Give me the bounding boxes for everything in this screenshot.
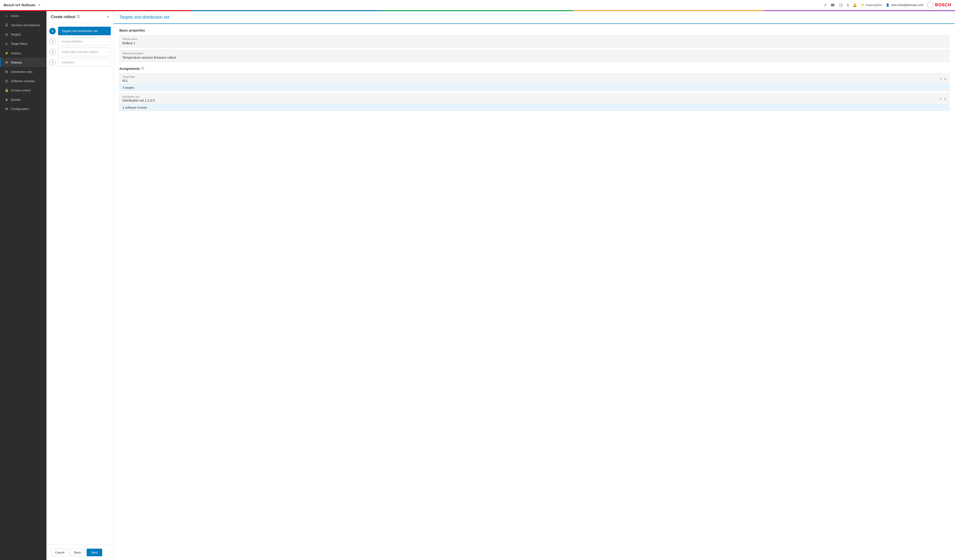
target-filter-count: 3 targets: [120, 84, 949, 91]
distribution-set-block: Distribution set Distribution set 1:1.0.…: [119, 93, 949, 111]
sidebar-icon-targets: ◎: [5, 33, 9, 36]
step-number-2: 2: [49, 38, 56, 45]
rollout-description-field: Rollout description Temperature sensors …: [119, 50, 949, 62]
wizard-title-text: Create rollout: [51, 15, 75, 19]
distribution-set-label: Distribution set: [122, 95, 940, 98]
rollout-description-value: Temperature sensors firmware rollout: [120, 55, 949, 62]
sidebar-icon-target-filters: ⧖: [5, 42, 9, 46]
subscription-text: Subscription: [866, 3, 882, 7]
sidebar-icon-access-control: 🔒: [5, 88, 9, 92]
rollout-name-label: Rollout name: [120, 36, 949, 41]
subscription-icon: 📁: [861, 3, 864, 7]
step-button-3[interactable]: Action type and start option ›: [58, 48, 111, 56]
sidebar-item-software-modules[interactable]: ⊡ Software modules: [0, 76, 47, 86]
top-bar-right: ⇗ ☎ ⬜ § 🔔 📁 Subscription 👤 John.Doe@doma…: [824, 2, 951, 8]
sidebar-label-software-modules: Software modules: [11, 80, 35, 83]
wizard-info-icon: ⓘ: [77, 15, 80, 19]
wizard-panel: Create rollout ⓘ × 1 Targets and distrib…: [47, 11, 114, 560]
user-info[interactable]: 👤 John.Doe@domain.com: [886, 3, 924, 7]
sidebar-item-distribution-sets[interactable]: ⊞ Distribution sets: [0, 67, 47, 76]
subscription-label[interactable]: 📁 Subscription: [861, 3, 882, 7]
username: John.Doe@domain.com: [891, 3, 924, 7]
sidebar-icon-software-modules: ⊡: [5, 79, 9, 83]
sidebar-icon-distribution-sets: ⊞: [5, 70, 9, 73]
layout-icon[interactable]: ⬜: [839, 3, 843, 7]
target-filter-actions: × ∨: [940, 77, 946, 81]
main-layout: ⌂ Home ☰ Services and features ◎ Targets…: [0, 11, 955, 560]
sidebar-label-home: Home: [11, 14, 19, 18]
step-chevron-4: ›: [106, 61, 107, 64]
form-header: Targets and distribution set: [114, 11, 955, 24]
phone-icon[interactable]: ☎: [831, 3, 835, 7]
sidebar-label-access-control: Access control: [11, 89, 31, 92]
sidebar-item-target-filters[interactable]: ⧖ Target filters: [0, 39, 47, 48]
step-button-2[interactable]: Group definition ›: [58, 37, 111, 46]
target-filter-label: Target filter: [122, 75, 940, 78]
step-row-1: 1 Targets and distribution set ›: [49, 27, 111, 35]
sidebar-label-services: Services and features: [11, 23, 40, 27]
step-chevron-2: ›: [106, 40, 107, 43]
sidebar-item-home[interactable]: ⌂ Home: [0, 11, 47, 20]
wizard-steps: 1 Targets and distribution set › 2 Group…: [47, 23, 114, 70]
step-chevron-3: ›: [106, 51, 107, 53]
sidebar-item-rollouts[interactable]: ↺ Rollouts: [0, 58, 47, 67]
sidebar-icon-rollouts: ↺: [5, 61, 9, 64]
target-filter-value: ALL: [122, 79, 940, 83]
step-label-3: Action type and start option: [61, 50, 98, 54]
app-close-button[interactable]: ×: [38, 2, 41, 8]
sidebar: ⌂ Home ☰ Services and features ◎ Targets…: [0, 11, 47, 560]
back-button[interactable]: Back: [70, 549, 85, 556]
distribution-set-field: Distribution set Distribution set 1:1.0.…: [120, 94, 949, 104]
step-button-1[interactable]: Targets and distribution set ›: [58, 27, 111, 35]
target-filter-field: Target filter ALL × ∨: [120, 73, 949, 84]
target-filter-dropdown-button[interactable]: ∨: [944, 77, 946, 81]
sidebar-icon-services: ☰: [5, 23, 9, 27]
sidebar-label-targets: Targets: [11, 33, 21, 36]
distribution-set-clear-button[interactable]: ×: [940, 97, 942, 101]
sidebar-icon-home: ⌂: [5, 14, 9, 18]
form-content: Basic properties Rollout name Rollout 1 …: [114, 24, 955, 118]
sidebar-item-configuration[interactable]: ⚙ Configuration: [0, 104, 47, 114]
sidebar-item-services[interactable]: ☰ Services and features: [0, 20, 47, 30]
distribution-set-count: 1 software module: [120, 104, 949, 111]
top-bar-left: Bosch IoT Rollouts ×: [4, 2, 41, 8]
bosch-logo: BOSCH: [927, 2, 951, 8]
assignments-title-text: Assignments: [119, 67, 140, 70]
bell-icon[interactable]: 🔔: [853, 3, 857, 7]
step-number-1: 1: [49, 28, 56, 34]
user-icon: 👤: [886, 3, 889, 7]
cancel-button[interactable]: Cancel: [51, 549, 68, 556]
rollout-name-value: Rollout 1: [120, 41, 949, 47]
sidebar-item-access-control[interactable]: 🔒 Access control: [0, 86, 47, 95]
distribution-set-actions: × ∨: [940, 97, 946, 101]
sidebar-label-distribution-sets: Distribution sets: [11, 70, 32, 73]
dollar-icon[interactable]: §: [847, 3, 849, 7]
content-area: Create rollout ⓘ × 1 Targets and distrib…: [47, 11, 955, 560]
sidebar-icon-quotas: ◈: [5, 98, 9, 101]
sidebar-label-rollouts: Rollouts: [11, 61, 22, 64]
distribution-set-dropdown-button[interactable]: ∨: [944, 97, 946, 101]
app-title: Bosch IoT Rollouts: [4, 3, 36, 7]
target-filter-clear-button[interactable]: ×: [940, 77, 942, 81]
sidebar-icon-actions: ⚡: [5, 51, 9, 55]
assignments-title: Assignments ⓘ: [119, 67, 949, 70]
form-panel: Targets and distribution set Basic prope…: [114, 11, 955, 560]
step-label-4: Summary: [61, 61, 75, 64]
step-row-4: 4 Summary ›: [49, 58, 111, 67]
sidebar-item-targets[interactable]: ◎ Targets: [0, 30, 47, 39]
distribution-set-value: Distribution set 1:1.0.0: [122, 98, 940, 102]
next-button[interactable]: Next: [87, 549, 102, 556]
step-row-3: 3 Action type and start option ›: [49, 48, 111, 56]
sidebar-item-actions[interactable]: ⚡ Actions: [0, 48, 47, 58]
step-chevron-1: ›: [106, 30, 107, 33]
bosch-logo-circle: [927, 2, 934, 8]
wizard-header: Create rollout ⓘ ×: [47, 11, 114, 23]
target-filter-left: Target filter ALL: [122, 75, 940, 83]
step-button-4[interactable]: Summary ›: [58, 58, 111, 67]
distribution-set-left: Distribution set Distribution set 1:1.0.…: [122, 95, 940, 102]
share-icon[interactable]: ⇗: [824, 3, 827, 7]
sidebar-item-quotas[interactable]: ◈ Quotas: [0, 95, 47, 104]
wizard-close-button[interactable]: ×: [107, 15, 109, 19]
bosch-logo-text: BOSCH: [935, 3, 951, 8]
step-label-1: Targets and distribution set: [61, 29, 97, 33]
